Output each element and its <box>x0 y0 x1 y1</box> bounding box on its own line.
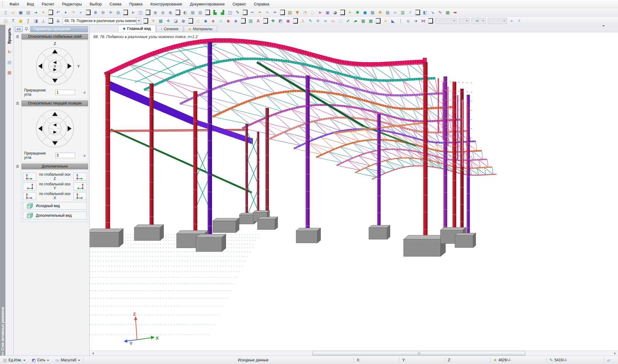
painted-box-icon[interactable]: ◨ <box>32 17 40 24</box>
surface-green-icon[interactable]: ▩ <box>367 17 374 24</box>
overlap-circles-icon[interactable]: ◉ <box>284 17 292 24</box>
eraser-doc-icon[interactable]: ◩ <box>277 17 284 24</box>
group-down-icon[interactable]: ◇ <box>194 17 202 24</box>
stamp-export-icon[interactable]: ➥ <box>451 9 459 16</box>
table-grid-icon[interactable]: ▦ <box>384 9 391 16</box>
model-canvas[interactable]: 68. 78. Подвески в различные узлы нижнег… <box>90 32 618 350</box>
zoom-in-icon[interactable]: ⊕ <box>92 9 99 16</box>
scrollbar-track[interactable] <box>95 351 613 356</box>
rotate-axis-left-button[interactable] <box>23 192 36 200</box>
plate-window-icon[interactable]: ▦ <box>359 17 367 24</box>
collapse-section-icon[interactable] <box>15 101 20 106</box>
eraser-pink-icon[interactable]: ▭ <box>329 17 337 24</box>
bowtie-icon[interactable]: ⋈ <box>419 17 427 24</box>
tab-sections[interactable]: Ι Сечения <box>156 26 183 32</box>
menu-help[interactable]: Справка <box>250 1 273 8</box>
markers-icon[interactable]: ✎ <box>436 9 444 16</box>
mesh-green-icon[interactable]: ▦ <box>444 9 451 16</box>
spiral-icon[interactable]: ∞ <box>391 9 399 16</box>
group-add-icon[interactable]: ◈ <box>209 17 217 24</box>
formula-icon[interactable]: ƒ <box>24 17 32 24</box>
zoom-out-icon[interactable]: ⊖ <box>99 9 107 16</box>
plumb-icon[interactable]: ⊥ <box>40 17 47 24</box>
grab-hand-icon[interactable]: ◔ <box>301 9 309 16</box>
active-modes-stack-strip[interactable]: << Стек активных режимов <box>0 25 5 356</box>
zoom-window-icon[interactable]: ◎ <box>114 9 122 16</box>
collapse-section-icon[interactable] <box>15 34 20 39</box>
loads-diagram-icon[interactable]: ▟ <box>219 9 226 16</box>
menu-service[interactable]: Сервис <box>229 1 250 8</box>
pan-view-icon[interactable]: ✛ <box>107 9 114 16</box>
additional-view-button[interactable]: Дополнительный вид <box>23 212 87 219</box>
open-project-icon[interactable]: ▱ <box>9 9 17 16</box>
delete-mode-icon[interactable]: ✗ <box>406 9 414 16</box>
menu-documentation[interactable]: Документирование <box>186 1 229 8</box>
export-view-icon[interactable]: ➔ <box>412 17 419 24</box>
frame-view-icon[interactable]: ◫ <box>226 9 234 16</box>
zigzag-yellow-icon[interactable]: ≈ <box>382 17 389 24</box>
menu-design[interactable]: Конструирование <box>146 1 186 8</box>
loadcase-combo-dropdown[interactable] <box>136 18 141 24</box>
waves-up-icon[interactable]: ≈ <box>322 17 329 24</box>
undo-icon[interactable]: ↶ <box>54 9 62 16</box>
pointer-disabled-icon[interactable]: ➤ <box>508 17 515 24</box>
pointer-node-icon[interactable]: ▣ <box>324 9 331 16</box>
axes-origin-icon[interactable]: ✛ <box>164 17 172 24</box>
menu-calculation[interactable]: Расчет <box>38 1 58 8</box>
new-window-icon[interactable]: ◫ <box>2 17 9 24</box>
rotate-axis-right-button[interactable] <box>73 182 87 190</box>
view-tool-icon[interactable]: ◎ <box>6 59 13 65</box>
disc-yellow-icon[interactable]: ● <box>17 17 24 24</box>
sphere-gray-icon[interactable]: ● <box>180 17 187 24</box>
invert-visibility-eye-icon[interactable]: ◉ <box>167 9 174 16</box>
scrollbar-thumb[interactable] <box>312 351 525 356</box>
loadcase-combo[interactable]: 68. 78. Подвески в различные узлы нижнег… <box>63 18 141 24</box>
close-box-disabled-icon[interactable]: ✗ <box>515 17 523 24</box>
menu-editors[interactable]: Редакторы <box>58 1 86 8</box>
redo-icon[interactable]: ↷ <box>69 9 77 16</box>
feather-gray-icon[interactable]: ✒ <box>249 9 256 16</box>
menu-edit[interactable]: Правка <box>125 1 146 8</box>
scroll-left-button[interactable] <box>90 351 95 356</box>
display-filter-dropdown[interactable] <box>435 18 457 24</box>
loads-arrows-icon[interactable]: ⇊ <box>54 17 62 24</box>
select-region-icon[interactable]: ▧ <box>286 9 294 16</box>
windows-mode-icon[interactable]: ◫ <box>137 9 144 16</box>
undo-history-dropdown[interactable]: ▾ <box>62 9 69 16</box>
rotate-axis-right-button[interactable] <box>73 192 87 200</box>
target-axis-icon[interactable]: ✛ <box>314 17 322 24</box>
table-refresh-icon[interactable]: ▦ <box>157 17 164 24</box>
pin-icon[interactable] <box>24 27 28 31</box>
tab-main-view[interactable]: ◆ Главный вид <box>118 25 156 32</box>
dotted-line-icon[interactable]: ┆ <box>397 17 404 24</box>
menu-view[interactable]: Вид <box>23 1 38 8</box>
collapse-panel-button[interactable]: << <box>15 26 23 32</box>
scale-button[interactable]: ▭ Масштаб <box>52 356 83 364</box>
rotate-axis-left-button[interactable] <box>23 182 36 190</box>
menu-scheme[interactable]: Схема <box>106 1 125 8</box>
fragment-tool-icon[interactable]: ▩ <box>6 69 13 76</box>
erase-selection-icon[interactable]: ◌ <box>309 9 316 16</box>
group-copy-icon[interactable]: ◆ <box>225 17 232 24</box>
add-mesh-icon[interactable]: ✚ <box>269 17 277 24</box>
building-model-icon[interactable]: ▥ <box>399 9 406 16</box>
mini-dropdown[interactable] <box>459 18 470 24</box>
collapse-section-icon[interactable] <box>15 164 20 169</box>
stamp-icon[interactable]: ◪ <box>172 17 180 24</box>
increment-input-current[interactable] <box>55 153 75 158</box>
scale-dropdown[interactable] <box>488 18 507 24</box>
group-move-icon[interactable]: ◇ <box>217 17 225 24</box>
plate-green-icon[interactable]: ▰ <box>352 17 359 24</box>
export-scheme-icon[interactable]: ➔ <box>32 9 40 16</box>
new-calc-doc-icon[interactable]: ✱ <box>354 9 361 16</box>
pencil-circle-icon[interactable]: ✎ <box>307 17 314 24</box>
font-label-icon[interactable]: А <box>254 17 262 24</box>
fragment-save-icon[interactable]: ▦ <box>189 9 196 16</box>
global-rotation-dial[interactable]: ZYX <box>22 41 88 87</box>
units-button[interactable]: ▤ Ед.Изм. <box>0 356 29 364</box>
rotate-tool-icon[interactable]: ↻ <box>6 49 13 55</box>
horizontal-scrollbar[interactable] <box>90 350 618 356</box>
cube-paint-icon[interactable]: ◧ <box>421 9 429 16</box>
sketch-curve-icon[interactable]: ∪ <box>404 17 412 24</box>
feather-light-icon[interactable]: ✒ <box>264 9 271 16</box>
